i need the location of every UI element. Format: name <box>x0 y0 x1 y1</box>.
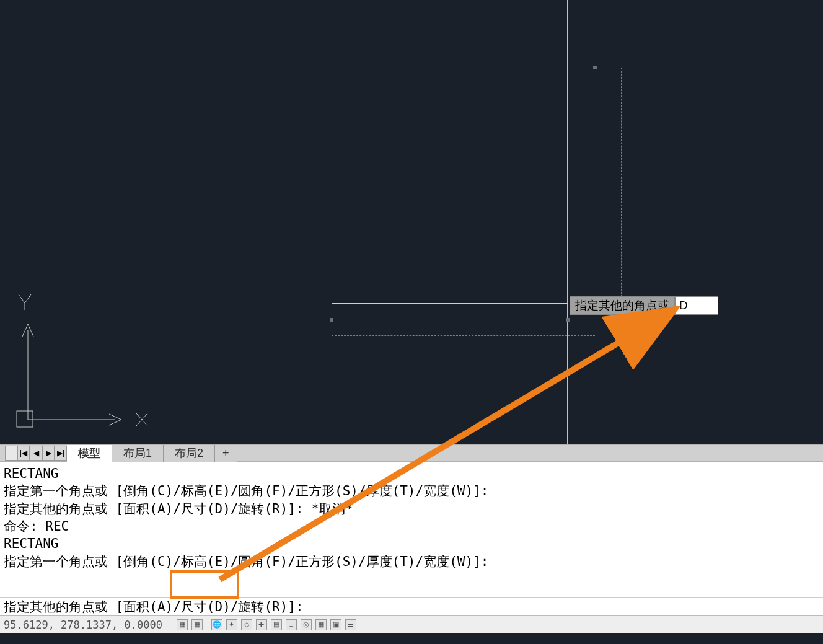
snap-mode-icon[interactable]: ▦ <box>191 619 203 630</box>
drawing-canvas[interactable]: 指定其他的角点或 <box>0 0 823 444</box>
dynamic-input-prompt: 指定其他的角点或 <box>570 296 718 315</box>
tab-nav-next[interactable]: ▶ <box>42 446 55 461</box>
osnap-icon[interactable]: ◇ <box>241 619 252 630</box>
tab-add[interactable]: + <box>215 445 237 462</box>
status-bar: 95.6129, 278.1337, 0.0000 ▦ ▦ 🌐 ✦ ◇ ✚ ▤ … <box>0 615 823 633</box>
tab-nav-prev[interactable]: ◀ <box>30 446 42 461</box>
cmd-line: 命令: REC <box>4 518 819 535</box>
cmd-line: RECTANG <box>4 535 819 552</box>
rubber-band-corner <box>593 66 597 69</box>
dyn-icon[interactable]: ▤ <box>271 619 282 630</box>
dynamic-input-field[interactable] <box>675 296 718 315</box>
tab-layout2[interactable]: 布局2 <box>164 445 215 462</box>
ortho-icon[interactable]: 🌐 <box>211 619 222 630</box>
workspace-icon[interactable]: ▣ <box>330 619 341 630</box>
layout-tab-strip: |◀ ◀ ▶ ▶| 模型 布局1 布局2 + <box>0 444 823 462</box>
tab-layout1[interactable]: 布局1 <box>112 445 164 462</box>
annotation-icon[interactable]: ☰ <box>345 619 356 630</box>
tab-nav-first[interactable]: |◀ <box>17 446 30 461</box>
grid-display-icon[interactable]: ▦ <box>315 619 327 630</box>
rubber-band-rectangle <box>332 68 595 320</box>
cmd-line: 指定第一个角点或 [倒角(C)/标高(E)/圆角(F)/正方形(S)/厚度(T)… <box>4 482 819 500</box>
iso-icon[interactable]: ◎ <box>301 619 312 630</box>
command-input-text: 指定其他的角点或 [面积(A)/尺寸(D)/旋转(R)]: <box>4 598 304 615</box>
command-history: RECTANG 指定第一个角点或 [倒角(C)/标高(E)/圆角(F)/正方形(… <box>0 462 823 597</box>
dynamic-input-label: 指定其他的角点或 <box>570 296 675 315</box>
tab-nav-last[interactable]: ▶| <box>55 446 67 461</box>
status-coords: 95.6129, 278.1337, 0.0000 <box>4 619 162 631</box>
grid-mode-icon[interactable]: ▦ <box>177 619 188 630</box>
rubber-band-corner <box>566 318 570 322</box>
cmd-line: 指定其他的角点或 [面积(A)/尺寸(D)/旋转(R)]: *取消* <box>4 500 819 518</box>
tab-scroll-track[interactable] <box>5 446 17 461</box>
cmd-line: RECTANG <box>4 465 819 482</box>
lwt-icon[interactable]: ≡ <box>286 619 297 630</box>
svg-rect-5 <box>17 411 33 427</box>
cmd-line: 指定第一个角点或 [倒角(C)/标高(E)/圆角(F)/正方形(S)/厚度(T)… <box>4 553 819 570</box>
tab-nav-controls: |◀ ◀ ▶ ▶| <box>5 446 67 461</box>
otrack-icon[interactable]: ✚ <box>256 619 267 630</box>
tab-model[interactable]: 模型 <box>67 445 112 462</box>
command-input-row[interactable]: 指定其他的角点或 [面积(A)/尺寸(D)/旋转(R)]: <box>0 597 823 615</box>
rubber-band-corner <box>330 318 333 322</box>
ucs-icon <box>16 294 152 431</box>
polar-icon[interactable]: ✦ <box>226 619 237 630</box>
